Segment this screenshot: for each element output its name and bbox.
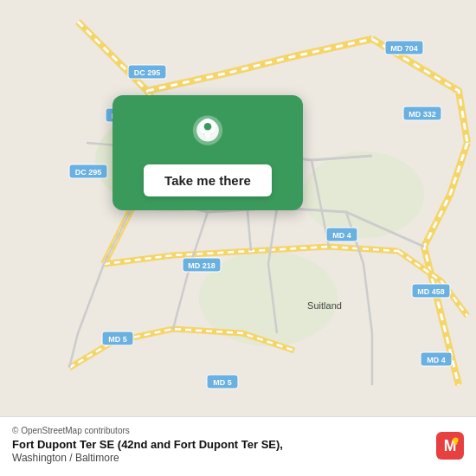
svg-text:MD 5: MD 5 [213, 378, 232, 387]
svg-text:MD 4: MD 4 [427, 356, 446, 364]
svg-point-32 [204, 123, 212, 131]
map-container: Anacostia River [0, 0, 476, 476]
svg-text:Suitland: Suitland [307, 300, 342, 311]
svg-text:DC 295: DC 295 [75, 168, 102, 177]
moovit-logo: M [436, 432, 464, 460]
location-title: Fort Dupont Ter SE (42nd and Fort Dupont… [12, 438, 428, 453]
location-info: © OpenStreetMap contributors Fort Dupont… [12, 426, 428, 466]
svg-point-35 [453, 437, 458, 442]
location-subtitle: Washington / Baltimore [12, 452, 428, 466]
bottom-bar: © OpenStreetMap contributors Fort Dupont… [0, 416, 476, 476]
osm-credit: © OpenStreetMap contributors [12, 426, 428, 435]
svg-text:MD 5: MD 5 [108, 335, 127, 344]
location-card: Take me there [113, 95, 303, 210]
svg-text:MD 332: MD 332 [408, 110, 436, 119]
svg-text:MD 218: MD 218 [188, 261, 215, 270]
svg-point-3 [303, 151, 424, 238]
svg-text:DC 295: DC 295 [134, 68, 161, 77]
svg-text:MD 458: MD 458 [417, 287, 445, 296]
svg-text:MD 4: MD 4 [332, 231, 351, 240]
moovit-icon: M [436, 432, 464, 460]
take-me-there-button[interactable]: Take me there [144, 164, 272, 196]
svg-text:MD 704: MD 704 [390, 44, 418, 53]
map-roads: Anacostia River [0, 0, 476, 476]
location-pin-icon [187, 113, 228, 154]
